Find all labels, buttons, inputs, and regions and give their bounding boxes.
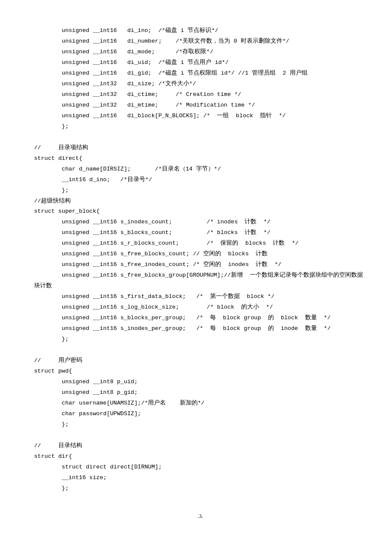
page-number: .3. — [34, 511, 366, 521]
code-content: unsigned __int16 di_ino; /*磁盘 i 节点标识*/ u… — [34, 26, 366, 494]
